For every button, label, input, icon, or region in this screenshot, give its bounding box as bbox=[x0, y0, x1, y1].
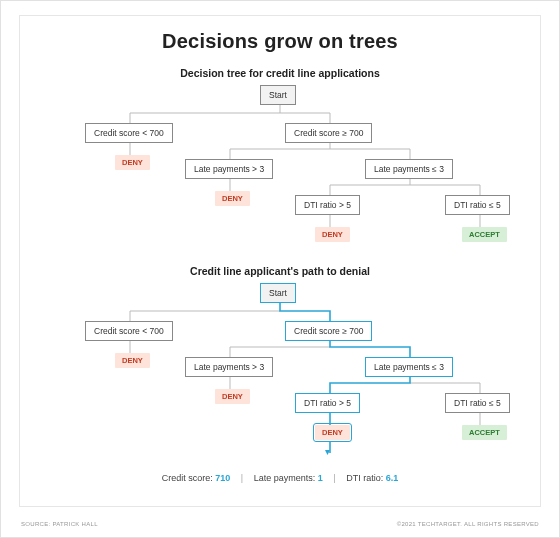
path-arrow-icon: ▾ bbox=[325, 446, 330, 457]
tree2-start: Start bbox=[260, 283, 296, 303]
tree2-credit-lt: Credit score < 700 bbox=[85, 321, 173, 341]
summary-lp-val: 1 bbox=[318, 473, 323, 483]
diagram-frame: Decisions grow on trees Decision tree fo… bbox=[0, 0, 560, 538]
summary-cs-label: Credit score: bbox=[162, 473, 213, 483]
tree2: Start Credit score < 700 Credit score ≥ … bbox=[30, 283, 530, 471]
tree1-deny-3: DENY bbox=[315, 227, 350, 242]
tree1-credit-lt: Credit score < 700 bbox=[85, 123, 173, 143]
diagram-inner: Decisions grow on trees Decision tree fo… bbox=[19, 15, 541, 507]
tree1-start: Start bbox=[260, 85, 296, 105]
main-title: Decisions grow on trees bbox=[30, 30, 530, 53]
tree2-late-le: Late payments ≤ 3 bbox=[365, 357, 453, 377]
tree2-deny-1: DENY bbox=[115, 353, 150, 368]
tree2-credit-ge: Credit score ≥ 700 bbox=[285, 321, 372, 341]
tree2-deny-3: DENY bbox=[315, 425, 350, 440]
tree1-late-gt: Late payments > 3 bbox=[185, 159, 273, 179]
summary-sep-2: | bbox=[325, 473, 343, 483]
summary-dti-val: 6.1 bbox=[386, 473, 399, 483]
tree1-dti-gt: DTI ratio > 5 bbox=[295, 195, 360, 215]
tree1: Start Credit score < 700 Credit score ≥ … bbox=[30, 85, 530, 257]
footer-copyright: ©2021 TECHTARGET. ALL RIGHTS RESERVED bbox=[397, 521, 539, 527]
tree2-dti-le: DTI ratio ≤ 5 bbox=[445, 393, 510, 413]
tree2-deny-2: DENY bbox=[215, 389, 250, 404]
tree1-deny-2: DENY bbox=[215, 191, 250, 206]
footer-source: SOURCE: PATRICK HALL bbox=[21, 521, 98, 527]
tree2-accept: ACCEPT bbox=[462, 425, 507, 440]
summary-dti-label: DTI ratio: bbox=[346, 473, 383, 483]
tree1-deny-1: DENY bbox=[115, 155, 150, 170]
tree1-credit-ge: Credit score ≥ 700 bbox=[285, 123, 372, 143]
summary-cs-val: 710 bbox=[215, 473, 230, 483]
summary-sep-1: | bbox=[233, 473, 251, 483]
tree2-late-gt: Late payments > 3 bbox=[185, 357, 273, 377]
tree1-late-le: Late payments ≤ 3 bbox=[365, 159, 453, 179]
tree1-subtitle: Decision tree for credit line applicatio… bbox=[30, 67, 530, 79]
summary-lp-label: Late payments: bbox=[254, 473, 316, 483]
tree2-subtitle: Credit line applicant's path to denial bbox=[30, 265, 530, 277]
tree2-dti-gt: DTI ratio > 5 bbox=[295, 393, 360, 413]
tree1-accept: ACCEPT bbox=[462, 227, 507, 242]
applicant-summary: Credit score: 710 | Late payments: 1 | D… bbox=[30, 473, 530, 483]
tree1-dti-le: DTI ratio ≤ 5 bbox=[445, 195, 510, 215]
